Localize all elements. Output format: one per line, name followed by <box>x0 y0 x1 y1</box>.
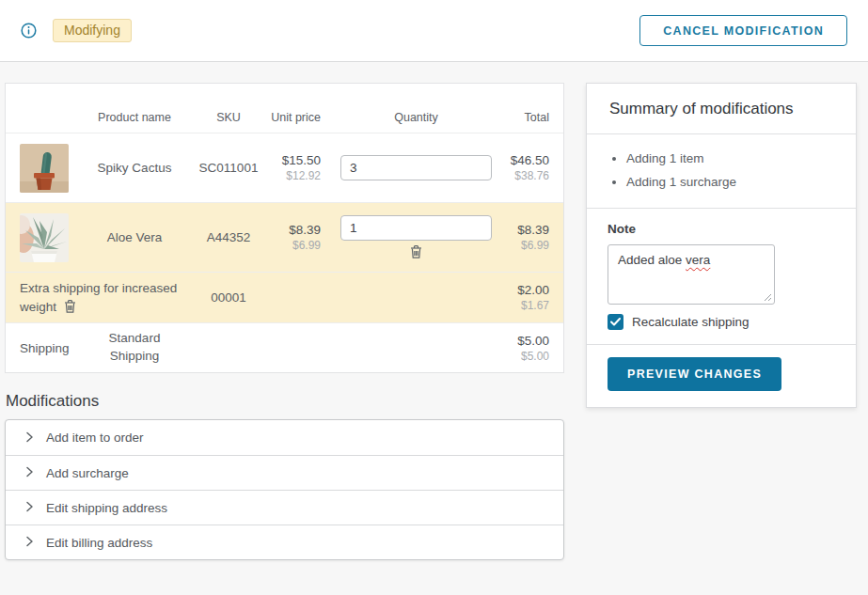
quantity-input-spiky-cactus[interactable] <box>340 155 492 180</box>
main-content: Product name SKU Unit price Quantity Tot… <box>0 62 868 560</box>
preview-changes-button[interactable]: PREVIEW CHANGES <box>608 357 781 391</box>
note-textarea[interactable]: Added aloe vera <box>608 244 775 305</box>
cancel-modification-button[interactable]: CANCEL MODIFICATION <box>639 15 847 46</box>
unit-price-header: Unit price <box>266 111 321 124</box>
accordion-item-edit-billing-address[interactable]: Edit billing address <box>6 525 563 559</box>
surcharge-label: Extra shipping for increased weight <box>20 279 191 316</box>
order-items-table: Product name SKU Unit price Quantity Tot… <box>5 83 564 373</box>
line-total: $5.00 <box>499 334 549 348</box>
line-total-converted: $1.67 <box>499 299 549 312</box>
status-badge: Modifying <box>53 19 132 42</box>
product-sku: SC011001 <box>191 161 266 175</box>
chevron-right-icon <box>25 464 34 481</box>
accordion-item-label: Edit billing address <box>46 536 152 550</box>
unit-price-converted: $12.92 <box>266 169 321 182</box>
accordion-item-add-surcharge[interactable]: Add surcharge <box>6 455 563 490</box>
note-label: Note <box>608 222 835 236</box>
shipping-label: Shipping <box>20 341 78 355</box>
line-total: $2.00 <box>499 283 549 297</box>
product-name: Spiky Cactus <box>78 161 191 175</box>
product-name: Aloe Vera <box>78 230 191 244</box>
summary-panel: Summary of modifications Adding 1 item A… <box>586 83 857 408</box>
table-row-spiky-cactus: Spiky Cactus SC011001 $15.50 $12.92 $46.… <box>6 133 563 202</box>
remove-aloe-vera-trash-icon[interactable] <box>409 244 423 259</box>
quantity-header: Quantity <box>340 111 492 124</box>
table-row-aloe-vera: Aloe Vera A44352 $8.39 $6.99 <box>6 202 563 272</box>
unit-price-converted: $6.99 <box>266 239 321 252</box>
summary-item: Adding 1 item <box>626 147 833 170</box>
shipping-method: Standard Shipping <box>93 330 176 366</box>
note-text: Added aloe <box>618 253 686 267</box>
product-name-header: Product name <box>78 111 191 124</box>
summary-panel-title: Summary of modifications <box>609 100 833 118</box>
accordion-item-label: Add surcharge <box>46 466 129 480</box>
line-total-converted: $38.76 <box>499 169 549 182</box>
remove-surcharge-trash-icon[interactable] <box>63 299 77 314</box>
table-row-shipping: Shipping Standard Shipping $5.00 $5.00 <box>6 322 563 372</box>
note-section: Note Added aloe vera Recalculate shippin… <box>587 209 856 345</box>
top-bar: Modifying CANCEL MODIFICATION <box>0 0 868 62</box>
accordion-item-label: Add item to order <box>46 431 144 445</box>
accordion-item-label: Edit shipping address <box>46 501 167 515</box>
sku-header: SKU <box>191 111 266 124</box>
summary-list: Adding 1 item Adding 1 surcharge <box>587 134 856 209</box>
table-header-row: Product name SKU Unit price Quantity Tot… <box>6 84 563 133</box>
surcharge-sku: 00001 <box>191 290 266 305</box>
chevron-right-icon <box>25 534 34 551</box>
line-total-converted: $5.00 <box>499 350 549 363</box>
quantity-input-aloe-vera[interactable] <box>340 215 492 241</box>
table-row-surcharge: Extra shipping for increased weight 0000… <box>6 272 563 322</box>
product-sku: A44352 <box>191 230 266 244</box>
accordion-item-edit-shipping-address[interactable]: Edit shipping address <box>6 490 563 525</box>
line-total: $8.39 <box>499 223 549 237</box>
aloe-vera-photo <box>20 213 69 262</box>
order-items-section: Product name SKU Unit price Quantity Tot… <box>5 83 564 560</box>
spiky-cactus-photo <box>20 144 69 193</box>
textarea-resize-handle[interactable] <box>764 293 772 302</box>
unit-price: $15.50 <box>266 153 321 167</box>
chevron-right-icon <box>25 430 34 446</box>
total-header: Total <box>499 111 549 124</box>
info-icon[interactable] <box>21 23 37 39</box>
summary-item: Adding 1 surcharge <box>626 170 833 194</box>
line-total: $46.50 <box>499 153 549 167</box>
accordion-item-add-item[interactable]: Add item to order <box>6 420 563 455</box>
modifications-title: Modifications <box>6 392 564 411</box>
modifications-accordion: Add item to order Add surcharge Edit shi… <box>5 419 564 560</box>
note-text-misspelled: vera <box>686 253 710 267</box>
recalculate-shipping-label: Recalculate shipping <box>632 315 750 329</box>
line-total-converted: $6.99 <box>499 239 549 252</box>
unit-price: $8.39 <box>266 223 321 237</box>
surcharge-text: Extra shipping for increased weight <box>20 281 177 314</box>
chevron-right-icon <box>25 499 34 516</box>
recalculate-shipping-checkbox[interactable] <box>608 314 623 330</box>
